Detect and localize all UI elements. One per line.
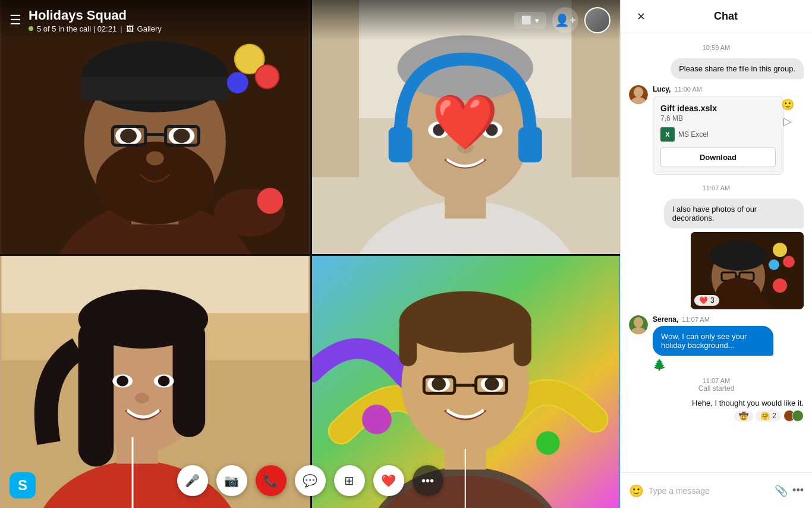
message-2-lucy-file: Lucy, 11:00 AM Gift ideas.xslx 7,6 MB X … — [629, 85, 804, 175]
fullscreen-button[interactable]: ⊞ — [334, 465, 365, 496]
serena-avatar — [629, 315, 648, 334]
grid-divider-vertical — [310, 0, 312, 508]
svg-point-15 — [146, 151, 164, 165]
chat-header: ✕ Chat — [621, 0, 812, 33]
serena-message: Serena, 11:07 AM Wow, I can only see you… — [629, 315, 804, 371]
call-header: ☰ Holidays Squad 5 of 5 in the call | 02… — [0, 0, 620, 40]
svg-rect-30 — [518, 127, 542, 163]
lucy-avatar — [629, 85, 648, 104]
svg-point-63 — [432, 378, 446, 391]
file-card-container: Gift ideas.xslx 7,6 MB X MS Excel Downlo… — [653, 96, 804, 175]
video-button[interactable]: 📷 — [216, 465, 247, 496]
call-started-row: 11:07 AM Call started — [629, 377, 804, 393]
add-person-button[interactable]: 👤+ — [552, 7, 578, 33]
svg-rect-60 — [514, 319, 531, 366]
svg-point-47 — [117, 376, 128, 387]
serena-sender-row: Serena, 11:07 AM — [653, 315, 804, 324]
svg-rect-6 — [81, 77, 229, 101]
lucy-message-content: Lucy, 11:00 AM Gift ideas.xslx 7,6 MB X … — [653, 85, 804, 175]
svg-point-18 — [227, 72, 248, 93]
chat-section: ✕ Chat 10:59 AM Please share the file in… — [620, 0, 812, 508]
close-icon: ✕ — [637, 10, 646, 23]
mic-button[interactable]: 🎤 — [177, 465, 208, 496]
svg-point-10 — [120, 128, 137, 143]
serena-time: 11:07 AM — [682, 316, 709, 323]
photo-attachment: ❤️ 3 — [691, 232, 804, 309]
svg-point-79 — [710, 241, 767, 271]
call-controls: 🎤 📷 📞 💬 ⊞ ❤️ ••• — [0, 465, 620, 496]
header-right: ⬜ ▾ 👤+ — [514, 7, 610, 33]
end-call-icon: 📞 — [263, 473, 278, 488]
heart-reaction-button[interactable]: ❤️ — [373, 465, 404, 496]
svg-point-11 — [174, 128, 190, 143]
svg-rect-44 — [173, 319, 206, 437]
chat-close-button[interactable]: ✕ — [631, 7, 650, 26]
timestamp-1: 10:59 AM — [629, 44, 804, 51]
svg-rect-29 — [388, 127, 412, 163]
screen-share-button[interactable]: ⬜ ▾ — [514, 12, 546, 29]
more-dots-icon: ••• — [421, 474, 434, 488]
emoji-picker-button[interactable]: 🙂 — [629, 484, 644, 498]
hug-emoji: 🤗 — [760, 412, 770, 421]
call-started-time: 11:07 AM — [629, 377, 804, 384]
photo-reaction-bar: ❤️ 3 — [694, 295, 719, 306]
svg-point-48 — [158, 376, 170, 387]
svg-point-70 — [634, 87, 643, 98]
video-icon: 📷 — [224, 473, 239, 488]
file-size: 7,6 MB — [660, 114, 776, 123]
chat-messages: 10:59 AM Please share the file in this g… — [621, 33, 812, 472]
excel-icon: X — [660, 127, 675, 142]
gallery-label: Gallery — [137, 24, 162, 33]
more-input-icon: ••• — [792, 484, 804, 496]
file-app: MS Excel — [678, 130, 709, 139]
call-title-group: Holidays Squad 5 of 5 in the call | 02:2… — [29, 8, 507, 33]
paperclip-icon: 📎 — [775, 485, 788, 497]
lucy-time: 11:00 AM — [674, 86, 701, 93]
message-1: Please share the file in this group. — [629, 58, 804, 79]
call-title: Holidays Squad — [29, 8, 507, 23]
emoji-reactions: 🤠 🤗 2 — [734, 410, 804, 422]
active-dot — [29, 26, 33, 31]
gallery-icon: 🖼 — [126, 24, 134, 33]
download-button[interactable]: Download — [660, 148, 776, 167]
svg-point-64 — [484, 378, 499, 391]
heart-reaction-emoji: ❤️ — [699, 296, 708, 305]
call-meta: 5 of 5 in the call | 02:21 | 🖼 Gallery — [29, 24, 507, 33]
last-message: Hehe, I thought you would like it. 🤠 🤗 2 — [629, 399, 804, 422]
photo-message-text: I also have photos of our decorations. — [664, 199, 804, 228]
mic-icon: 🎤 — [185, 473, 200, 488]
heart-reaction-overlay: ❤️ — [432, 95, 498, 149]
message-bubble-right-1: Please share the file in this group. — [671, 58, 804, 79]
timestamp-2: 11:07 AM — [629, 184, 804, 192]
svg-point-86 — [634, 317, 643, 328]
more-options-button[interactable]: ••• — [413, 465, 443, 496]
photo-person-bg: ❤️ 3 — [691, 232, 804, 309]
message-input[interactable] — [649, 486, 770, 496]
forward-button[interactable]: ▷ — [781, 115, 794, 128]
end-call-button[interactable]: 📞 — [256, 465, 287, 496]
more-input-button[interactable]: ••• — [792, 484, 804, 497]
svg-point-53 — [536, 431, 559, 455]
chat-input-area: 🙂 📎 ••• — [621, 472, 812, 508]
hug-count: 2 — [772, 412, 776, 420]
smiley-react-button[interactable]: 🙂 — [781, 98, 794, 111]
svg-point-58 — [399, 291, 531, 353]
screen-share-label: ▾ — [535, 16, 539, 25]
reactor-avatar-2 — [792, 410, 804, 422]
heart-icon: ❤️ — [381, 473, 396, 488]
file-name: Gift ideas.xslx — [660, 104, 776, 113]
menu-button[interactable]: ☰ — [10, 12, 21, 28]
attach-file-button[interactable]: 📎 — [775, 484, 788, 497]
serena-content: Serena, 11:07 AM Wow, I can only see you… — [653, 315, 804, 371]
current-user-avatar — [584, 7, 610, 33]
add-person-icon: 👤+ — [555, 13, 577, 27]
svg-point-75 — [783, 256, 795, 268]
last-message-text: Hehe, I thought you would like it. — [692, 399, 804, 407]
screen-share-icon: ⬜ — [521, 15, 531, 25]
svg-point-49 — [135, 393, 149, 403]
svg-rect-59 — [399, 319, 417, 366]
cowboy-emoji: 🤠 — [739, 412, 748, 421]
chat-toggle-button[interactable]: 💬 — [295, 465, 326, 496]
emoji-pill-2: 🤗 2 — [756, 410, 781, 422]
lucy-sender-row: Lucy, 11:00 AM — [653, 85, 804, 93]
